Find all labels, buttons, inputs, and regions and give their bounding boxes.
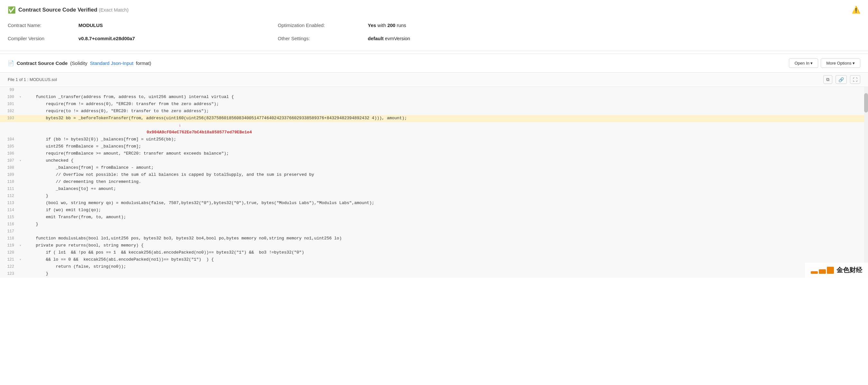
other-label: Other Settings:	[278, 32, 368, 45]
verified-subtitle: (Exact Match)	[99, 7, 129, 12]
line-code: // Overflow not possible: the sum of all…	[25, 171, 868, 178]
source-buttons: Open In ▾ More Options ▾	[789, 59, 860, 68]
code-line: 113 (bool wo, string memory qo) = modulu…	[0, 200, 868, 207]
line-code: }	[25, 193, 868, 199]
contract-name-value: MODULUS	[79, 19, 214, 32]
line-code: unchecked {	[25, 158, 868, 164]
warning-icon: ⚠️	[851, 6, 860, 14]
code-line: 111 _balances[to] += amount;	[0, 186, 868, 193]
code-line: 120 if ( lo1 && !po && pos == 1 && kecca…	[0, 249, 868, 256]
line-fold	[19, 101, 25, 101]
watermark-text: 金色财经	[837, 266, 862, 275]
code-line: 105 uint256 fromBalance = _balances[from…	[0, 143, 868, 151]
line-code: private pure returns(bool, string memory…	[25, 242, 868, 249]
verified-icon: ✅	[8, 6, 16, 14]
line-fold	[19, 151, 25, 151]
main-container: ✅ Contract Source Code Verified (Exact M…	[0, 0, 868, 385]
line-fold	[19, 179, 25, 179]
addr-fold	[19, 129, 25, 130]
code-line: 115 emit Transfer(from, to, amount);	[0, 214, 868, 221]
line-number: 112	[0, 193, 19, 199]
watermark-logo	[811, 267, 834, 274]
more-options-button[interactable]: More Options ▾	[821, 59, 860, 68]
code-line: 121▾ && lo == 0 && keccak256(abi.encodeP…	[0, 256, 868, 263]
code-block: 99100▾ function _transfer(address from, …	[0, 87, 868, 278]
line-fold[interactable]: ▾	[19, 94, 25, 100]
line-fold	[19, 143, 25, 144]
line-number: 100	[0, 94, 19, 100]
standard-json-link[interactable]: Standard Json-Input	[90, 60, 133, 66]
source-title-suffix: format)	[136, 60, 151, 66]
line-code: if (bb != bytes32(0)) _balances[from] = …	[25, 136, 868, 143]
other-text: evmVersion	[383, 36, 410, 41]
line-fold[interactable]: ▾	[19, 242, 25, 249]
other-bold: default	[368, 36, 383, 41]
compiler-label: Compiler Version	[8, 32, 79, 45]
arrow-line-num	[0, 122, 19, 123]
code-line: 118 function modulusLabs(bool lo1,uint25…	[0, 235, 868, 242]
line-number: 119	[0, 242, 19, 249]
line-fold[interactable]: ▾	[19, 256, 25, 262]
line-fold	[19, 115, 25, 116]
opt-text: with	[376, 23, 388, 28]
line-code: require(fromBalance >= amount, "ERC20: t…	[25, 151, 868, 157]
compiler-value: v0.8.7+commit.e28d00a7	[79, 32, 214, 45]
line-code: require(from != address(0), "ERC20: tran…	[25, 101, 868, 107]
opt-num: 200	[388, 23, 396, 28]
contract-name-label: Contract Name:	[8, 19, 79, 32]
line-fold	[19, 263, 25, 264]
link-button[interactable]: 🔗	[836, 75, 847, 84]
line-number: 101	[0, 101, 19, 107]
line-number: 122	[0, 263, 19, 270]
fullscreen-button[interactable]: ⛶	[850, 75, 860, 84]
document-icon: 📄	[8, 60, 14, 66]
line-fold[interactable]: ▾	[19, 158, 25, 164]
copy-button[interactable]: ⧉	[823, 75, 832, 84]
code-line: 107▾ unchecked {	[0, 158, 868, 164]
line-number: 120	[0, 249, 19, 256]
line-code: (bool wo, string memory qo) = modulusLab…	[25, 200, 868, 206]
line-fold	[19, 221, 25, 222]
address-annotation: 0x904A9cFD4eC762Ee7bC4b18a858577ed79EBe1…	[25, 129, 868, 136]
line-number: 114	[0, 207, 19, 214]
scrollbar-thumb[interactable]	[864, 93, 868, 113]
wm-block-small	[811, 271, 818, 274]
line-fold	[19, 214, 25, 215]
open-in-button[interactable]: Open In ▾	[789, 59, 818, 68]
line-fold	[19, 186, 25, 186]
line-code: }	[25, 270, 868, 277]
line-fold	[19, 235, 25, 236]
line-code: return (false, string(no0));	[25, 263, 868, 270]
line-code: function modulusLabs(bool lo1,uint256 po…	[25, 235, 868, 242]
line-code: function _transfer(address from, address…	[25, 94, 868, 100]
line-code: // decrementing then incrementing.	[25, 179, 868, 185]
line-number: 103	[0, 115, 19, 122]
line-number: 108	[0, 164, 19, 171]
code-line: 116 }	[0, 221, 868, 228]
line-fold	[19, 193, 25, 193]
opt-end: runs	[396, 23, 406, 28]
line-code: && lo == 0 && keccak256(abi.encodePacked…	[25, 256, 868, 263]
file-actions: ⧉ 🔗 ⛶	[823, 75, 860, 84]
line-code: if ( lo1 && !po && pos == 1 && keccak256…	[25, 249, 868, 256]
code-scroll[interactable]: 99100▾ function _transfer(address from, …	[0, 87, 868, 278]
spacer2	[214, 32, 278, 45]
source-title-prefix: (Solidity	[70, 60, 87, 66]
code-line: 99	[0, 87, 868, 94]
code-line: 109 // Overflow not possible: the sum of…	[0, 171, 868, 179]
line-fold	[19, 200, 25, 200]
spacer1	[214, 19, 278, 32]
code-line: 108 _balances[from] = fromBalance - amou…	[0, 164, 868, 171]
scrollbar-track[interactable]	[864, 87, 868, 278]
source-header: 📄 Contract Source Code (Solidity Standar…	[0, 54, 868, 73]
line-fold	[19, 228, 25, 229]
line-fold	[19, 270, 25, 271]
line-number: 99	[0, 87, 19, 93]
code-line: 106 require(fromBalance >= amount, "ERC2…	[0, 151, 868, 158]
optimization-value: Yes with 200 runs	[368, 19, 528, 32]
code-line: 104 if (bb != bytes32(0)) _balances[from…	[0, 136, 868, 143]
code-line: 123 }	[0, 270, 868, 278]
arrow-line: ↓	[0, 122, 868, 129]
line-code: if (wo) emit tlog(qo);	[25, 207, 868, 214]
code-line: 102 require(to != address(0), "ERC20: tr…	[0, 108, 868, 115]
